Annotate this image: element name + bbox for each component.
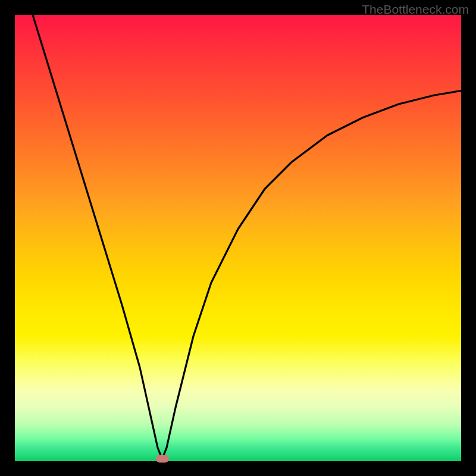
bottleneck-curve [15,15,461,461]
watermark-text: TheBottleneck.com [362,2,469,17]
minimum-marker [156,455,169,463]
chart-plot-area [15,15,461,461]
